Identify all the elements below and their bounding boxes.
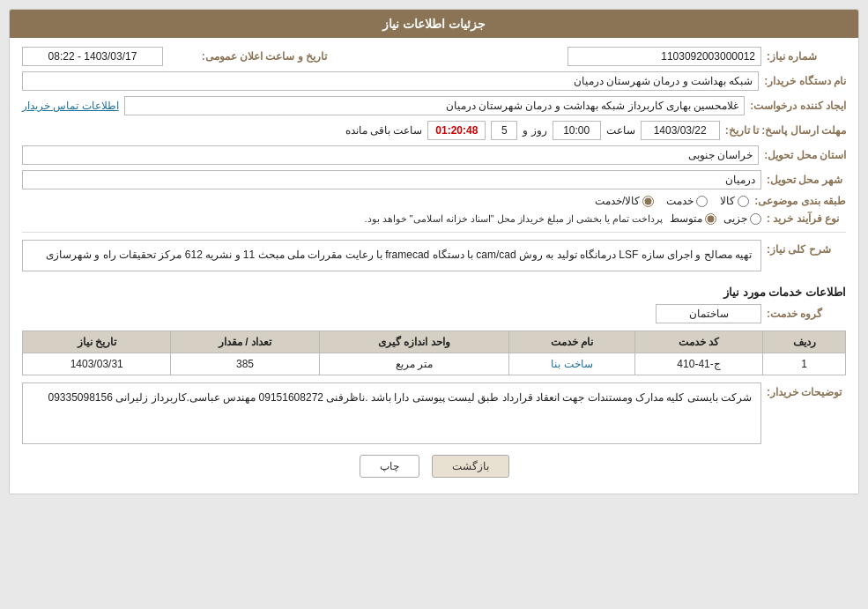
service-table: ردیف کد خدمت نام خدمت واحد اندازه گیری ت… — [22, 330, 846, 375]
deadline-time-label: ساعت — [606, 124, 635, 137]
process-label-jozii: جزیی — [723, 212, 747, 225]
description-text: تهیه مصالح و اجرای سازه LSF درمانگاه تول… — [22, 240, 761, 271]
announce-date-label: تاریخ و ساعت اعلان عمومی: — [168, 50, 327, 63]
cell-name[interactable]: ساخت بنا — [509, 353, 635, 375]
creator-contact-link[interactable]: اطلاعات تماس خریدار — [22, 100, 119, 112]
need-number-label: شماره نیاز: — [767, 50, 846, 63]
process-row: نوع فرآیند خرید : جزیی متوسط پرداخت تمام… — [22, 212, 846, 225]
need-number-row: شماره نیاز: 1103092003000012 تاریخ و ساع… — [22, 47, 846, 66]
deadline-row: مهلت ارسال پاسخ: تا تاریخ: 1403/03/22 سا… — [22, 121, 846, 140]
col-header-unit: واحد اندازه گیری — [319, 330, 509, 353]
category-label-khedmat: خدمت — [666, 195, 694, 207]
cell-unit: متر مربع — [319, 353, 509, 375]
process-option-jozii[interactable]: جزیی — [723, 212, 761, 225]
category-option-2[interactable]: خدمت — [666, 195, 708, 207]
back-button[interactable]: بازگشت — [432, 455, 509, 478]
print-button[interactable]: چاپ — [360, 455, 419, 478]
deadline-time: 10:00 — [553, 121, 601, 140]
deadline-date: 1403/03/22 — [641, 121, 720, 140]
deadline-days: 5 — [491, 121, 517, 140]
page-title: جزئیات اطلاعات نیاز — [382, 17, 486, 31]
category-option-1[interactable]: کالا — [720, 195, 749, 207]
city-row: شهر محل تحویل: درمیان — [22, 170, 846, 189]
cell-code: ج-41-410 — [635, 353, 763, 375]
province-label: استان محل تحویل: — [764, 149, 846, 161]
creator-row: ایجاد کننده درخواست: غلامحسین بهاری کارب… — [22, 96, 846, 115]
col-header-date: تاریخ نیاز — [23, 330, 171, 353]
need-number-value: 1103092003000012 — [568, 47, 761, 66]
process-label-motevaset: متوسط — [670, 212, 702, 225]
buyer-org-row: نام دستگاه خریدار: شبکه بهداشت و درمان ش… — [22, 71, 846, 91]
countdown-suffix: ساعت باقی مانده — [345, 124, 423, 137]
cell-qty: 385 — [171, 353, 319, 375]
deadline-label: مهلت ارسال پاسخ: تا تاریخ: — [725, 124, 846, 137]
page-header: جزئیات اطلاعات نیاز — [10, 10, 858, 38]
category-label-kala-khedmat: کالا/خدمت — [595, 195, 640, 207]
divider-1 — [22, 232, 846, 233]
deadline-days-label: روز و — [523, 124, 546, 137]
category-row: طبقه بندی موضوعی: کالا خدمت کالا/خدمت — [22, 195, 846, 207]
cell-row: 1 — [763, 353, 846, 375]
process-radio-motevaset[interactable] — [705, 213, 716, 225]
buyer-notes-label: توضیحات خریدار: — [767, 382, 846, 398]
category-radio-khedmat[interactable] — [696, 196, 708, 207]
announce-date-value: 1403/03/17 - 08:22 — [22, 47, 163, 66]
service-group-value: ساختمان — [656, 304, 761, 323]
category-radio-kala[interactable] — [738, 196, 749, 207]
description-label: شرح کلی نیاز: — [767, 240, 846, 256]
city-value: درمیان — [22, 170, 761, 189]
process-options-group: جزیی متوسط پرداخت تمام یا بخشی از مبلغ خ… — [22, 212, 761, 225]
category-label: طبقه بندی موضوعی: — [754, 195, 846, 207]
province-row: استان محل تحویل: خراسان جنوبی — [22, 145, 846, 165]
creator-value: غلامحسین بهاری کاربرداز شبکه بهداشت و در… — [124, 96, 746, 115]
service-group-label: گروه خدمت: — [767, 308, 846, 320]
col-header-qty: تعداد / مقدار — [171, 330, 319, 353]
category-radio-kala-khedmat[interactable] — [642, 196, 654, 207]
buyer-org-value: شبکه بهداشت و درمان شهرستان درمیان — [22, 71, 759, 91]
cell-date: 1403/03/31 — [23, 353, 171, 375]
countdown-value: 01:20:48 — [427, 121, 486, 140]
description-section-row: شرح کلی نیاز: تهیه مصالح و اجرای سازه LS… — [22, 240, 846, 280]
category-radio-group: کالا خدمت کالا/خدمت — [22, 195, 749, 207]
col-header-row: ردیف — [763, 330, 846, 353]
province-value: خراسان جنوبی — [22, 145, 759, 165]
services-section-title: اطلاعات خدمات مورد نیاز — [22, 286, 846, 299]
category-label-kala: کالا — [720, 195, 735, 207]
col-header-name: نام خدمت — [509, 330, 635, 353]
process-label: نوع فرآیند خرید : — [767, 212, 846, 225]
buyer-notes-row: توضیحات خریدار: شرکت بایستی کلیه مدارک و… — [22, 382, 846, 444]
buyer-org-label: نام دستگاه خریدار: — [764, 75, 846, 87]
category-option-3[interactable]: کالا/خدمت — [595, 195, 654, 207]
process-note: پرداخت تمام یا بخشی از مبلغ خریداز محل "… — [22, 213, 663, 225]
table-row: 1 ج-41-410 ساخت بنا متر مربع 385 1403/03… — [23, 353, 846, 375]
col-header-code: کد خدمت — [635, 330, 763, 353]
creator-label: ایجاد کننده درخواست: — [750, 100, 846, 112]
city-label: شهر محل تحویل: — [767, 174, 846, 186]
process-radio-jozii[interactable] — [750, 213, 761, 225]
buyer-notes-text: شرکت بایستی کلیه مدارک ومستندات جهت انعق… — [22, 382, 761, 444]
service-group-row: گروه خدمت: ساختمان — [22, 304, 846, 323]
action-buttons: بازگشت چاپ — [22, 455, 846, 485]
process-option-motevaset[interactable]: متوسط — [670, 212, 716, 225]
